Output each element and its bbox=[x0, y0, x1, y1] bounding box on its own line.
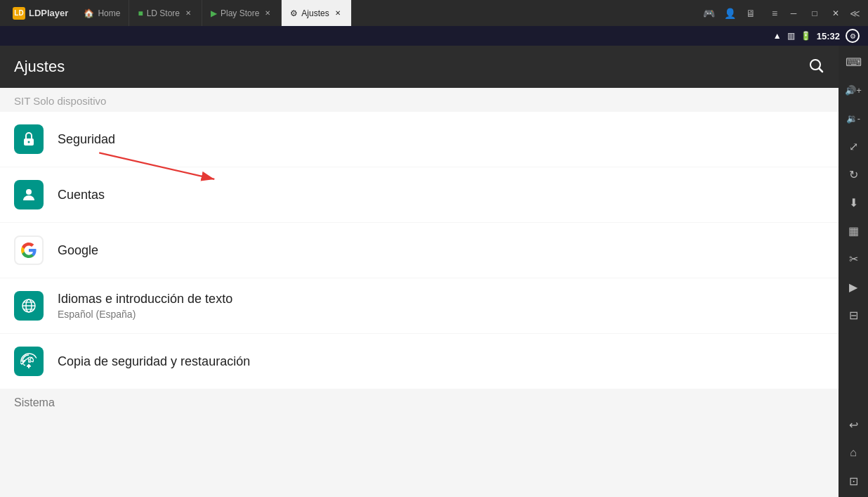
app-name: LDPlayer bbox=[29, 8, 68, 18]
seguridad-title: Seguridad bbox=[58, 132, 824, 147]
settings-item-cuentas[interactable]: Cuentas bbox=[0, 167, 839, 222]
settings-panel: Ajustes SIT Solo dispositivo bbox=[0, 46, 839, 497]
title-bar-right: 🎮 👤 🖥 ≡ ─ □ ✕ ≪ bbox=[695, 4, 868, 23]
google-icon bbox=[14, 235, 44, 265]
settings-item-idiomas[interactable]: Idiomas e introducción de texto Español … bbox=[0, 278, 839, 333]
video-button[interactable]: ▶ bbox=[840, 273, 867, 300]
ldplayer-logo-icon: LD bbox=[13, 7, 25, 20]
signal-icon: ▥ bbox=[787, 31, 795, 41]
partial-setting-item: SIT Solo dispositivo bbox=[0, 88, 839, 112]
security-icon bbox=[14, 124, 44, 154]
language-icon bbox=[14, 291, 44, 321]
settings-header: Ajustes bbox=[0, 46, 839, 88]
status-time: 15:32 bbox=[817, 31, 840, 41]
cuentas-title: Cuentas bbox=[58, 188, 824, 202]
svg-point-3 bbox=[28, 141, 30, 143]
back-arrow-icon[interactable]: ≪ bbox=[847, 6, 862, 21]
settings-item-seguridad[interactable]: Seguridad bbox=[0, 112, 839, 167]
accounts-icon bbox=[14, 180, 44, 209]
settings-item-backup[interactable]: Copia de seguridad y restauración bbox=[0, 334, 839, 389]
tab-playstore-label: Play Store bbox=[221, 8, 259, 18]
settings-title: Ajustes bbox=[14, 58, 65, 76]
cuentas-text: Cuentas bbox=[58, 188, 824, 202]
backup-title: Copia de seguridad y restauración bbox=[58, 354, 824, 369]
app-logo: LD LDPlayer bbox=[6, 7, 75, 20]
title-bar: LD LDPlayer 🏠 Home ■ LD Store ✕ ▶ Play S… bbox=[0, 0, 868, 26]
playstore-icon: ▶ bbox=[211, 8, 217, 18]
status-gear-icon[interactable]: ⚙ bbox=[846, 29, 860, 43]
right-sidebar: ⌨ 🔊+ 🔉- ⤢ ↻ ⬇ ▦ ✂ ▶ ⊟ ↩ ⌂ ⊡ bbox=[839, 46, 868, 497]
tab-home[interactable]: 🏠 Home bbox=[75, 0, 129, 26]
main-wrapper: Ajustes SIT Solo dispositivo bbox=[0, 46, 868, 497]
home-icon: 🏠 bbox=[84, 8, 94, 18]
ldstore-icon: ■ bbox=[138, 8, 143, 18]
tab-ajustes-close[interactable]: ✕ bbox=[333, 8, 343, 18]
svg-point-4 bbox=[26, 189, 32, 195]
sistema-header-text: Sistema bbox=[14, 396, 55, 408]
backup-text: Copia de seguridad y restauración bbox=[58, 354, 824, 369]
google-text: Google bbox=[58, 243, 824, 258]
section-header-sistema: Sistema bbox=[0, 389, 839, 413]
gamepad-icon[interactable]: 🎮 bbox=[701, 6, 716, 21]
recent-nav-button[interactable]: ⊡ bbox=[840, 467, 867, 494]
keyboard-button[interactable]: ⌨ bbox=[840, 49, 867, 75]
wifi-icon: ▲ bbox=[773, 31, 782, 41]
tab-playstore[interactable]: ▶ Play Store ✕ bbox=[202, 0, 282, 26]
backup-icon bbox=[14, 347, 44, 376]
install-button[interactable]: ⬇ bbox=[840, 189, 867, 216]
status-bar: ▲ ▥ 🔋 15:32 ⚙ bbox=[0, 26, 868, 46]
idiomas-subtitle: Español (España) bbox=[58, 309, 824, 320]
seguridad-text: Seguridad bbox=[58, 132, 824, 147]
chat-button[interactable]: ⊟ bbox=[840, 302, 867, 328]
tab-ajustes[interactable]: ⚙ Ajustes ✕ bbox=[282, 0, 351, 26]
rotate-button[interactable]: ↻ bbox=[840, 161, 867, 188]
home-nav-button[interactable]: ⌂ bbox=[840, 439, 867, 466]
partial-item-text: SIT Solo dispositivo bbox=[14, 95, 106, 107]
display-icon[interactable]: 🖥 bbox=[743, 6, 758, 21]
battery-icon: 🔋 bbox=[801, 31, 811, 41]
tab-ajustes-label: Ajustes bbox=[301, 8, 329, 18]
tab-ldstore-label: LD Store bbox=[147, 8, 180, 18]
back-nav-button[interactable]: ↩ bbox=[840, 411, 867, 438]
tab-home-label: Home bbox=[98, 8, 120, 18]
volume-down-button[interactable]: 🔉- bbox=[840, 105, 867, 131]
user-icon[interactable]: 👤 bbox=[722, 6, 737, 21]
window-controls: ≡ ─ □ ✕ ≪ bbox=[767, 4, 862, 23]
maximize-button[interactable]: □ bbox=[805, 4, 824, 23]
svg-line-1 bbox=[820, 68, 823, 72]
ajustes-tab-icon: ⚙ bbox=[290, 8, 298, 18]
idiomas-title: Idiomas e introducción de texto bbox=[58, 292, 824, 306]
close-button[interactable]: ✕ bbox=[826, 4, 846, 23]
resize-button[interactable]: ⤢ bbox=[840, 133, 867, 160]
tab-ldstore-close[interactable]: ✕ bbox=[183, 8, 193, 18]
menu-icon[interactable]: ≡ bbox=[767, 6, 782, 21]
settings-list: SIT Solo dispositivo Seguridad bbox=[0, 88, 839, 497]
volume-up-button[interactable]: 🔊+ bbox=[840, 77, 867, 103]
google-title: Google bbox=[58, 243, 824, 258]
minimize-button[interactable]: ─ bbox=[784, 4, 803, 23]
search-icon[interactable] bbox=[808, 57, 824, 77]
tab-ldstore[interactable]: ■ LD Store ✕ bbox=[129, 0, 202, 26]
capture-button[interactable]: ▦ bbox=[840, 217, 867, 244]
title-bar-left: LD LDPlayer 🏠 Home ■ LD Store ✕ ▶ Play S… bbox=[6, 0, 695, 26]
scissors-button[interactable]: ✂ bbox=[840, 245, 867, 272]
settings-item-google[interactable]: Google bbox=[0, 223, 839, 278]
tab-playstore-close[interactable]: ✕ bbox=[263, 8, 272, 18]
idiomas-text: Idiomas e introducción de texto Español … bbox=[58, 292, 824, 320]
